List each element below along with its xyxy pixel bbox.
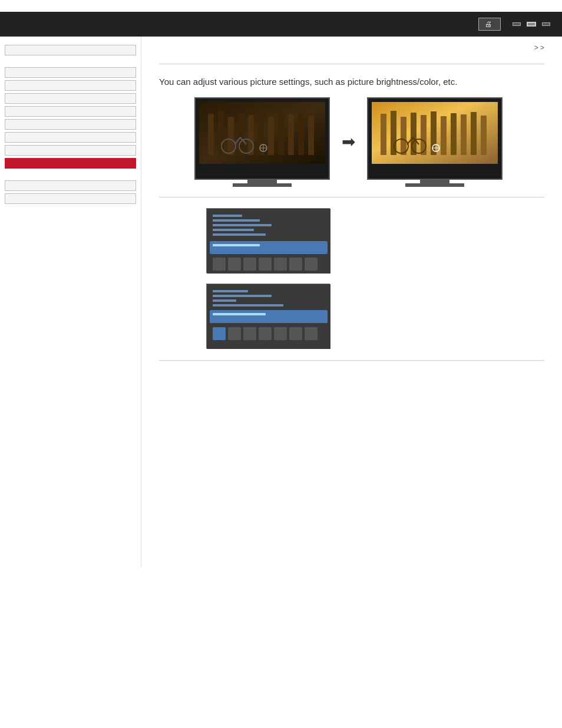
svg-rect-32 — [481, 116, 487, 155]
svg-rect-25 — [411, 113, 416, 155]
svg-rect-31 — [471, 112, 477, 155]
svg-rect-23 — [391, 111, 396, 155]
breadcrumb: > > — [159, 42, 544, 53]
print-button[interactable]: 🖨 — [478, 18, 501, 31]
svg-rect-47 — [213, 244, 260, 246]
sony-header — [0, 0, 562, 12]
sidebar-item-using-other-devices[interactable] — [5, 93, 136, 104]
tv-comparison: ➡ — [194, 97, 544, 186]
comparison-arrow: ➡ — [342, 132, 355, 151]
sidebar-item-useful-functions[interactable] — [5, 119, 136, 130]
svg-rect-5 — [238, 113, 244, 155]
sidebar-item-using-home-network[interactable] — [5, 145, 136, 156]
sidebar-item-configuring-various[interactable] — [5, 158, 136, 169]
bravia-bar: 🖨 — [0, 12, 562, 37]
sidebar-item-basic-operations[interactable] — [5, 45, 136, 55]
sidebar — [0, 37, 141, 567]
screenshot-2 — [206, 284, 330, 348]
print-icon: 🖨 — [485, 20, 492, 28]
font-large-button[interactable] — [542, 22, 550, 26]
svg-rect-60 — [210, 310, 328, 323]
svg-rect-57 — [213, 295, 272, 297]
svg-rect-8 — [268, 116, 274, 155]
divider-2 — [159, 197, 544, 197]
content-area: > > You can adjust various picture setti… — [141, 37, 562, 567]
intro-text: You can adjust various picture settings,… — [159, 75, 544, 89]
toolbar: 🖨 — [478, 18, 550, 31]
svg-rect-22 — [381, 114, 386, 155]
sidebar-item-parts-description[interactable] — [5, 67, 136, 78]
sidebar-item-troubleshooting[interactable] — [5, 180, 136, 191]
svg-rect-51 — [259, 258, 272, 271]
svg-rect-12 — [308, 116, 314, 155]
divider-3 — [159, 360, 544, 361]
svg-rect-63 — [228, 327, 241, 340]
svg-rect-61 — [213, 313, 266, 315]
screenshot-1 — [206, 208, 330, 273]
font-small-button[interactable] — [513, 22, 521, 26]
svg-rect-30 — [461, 114, 467, 155]
svg-rect-10 — [288, 114, 294, 155]
svg-rect-45 — [213, 233, 266, 236]
svg-rect-59 — [213, 304, 283, 307]
svg-rect-28 — [441, 116, 447, 155]
svg-rect-58 — [213, 299, 236, 302]
svg-rect-43 — [213, 224, 272, 226]
svg-rect-42 — [213, 219, 260, 222]
svg-rect-65 — [259, 327, 272, 340]
sidebar-item-using-internet[interactable] — [5, 132, 136, 143]
svg-rect-3 — [218, 111, 224, 155]
svg-rect-24 — [401, 117, 406, 155]
svg-rect-67 — [289, 327, 302, 340]
sidebar-item-using-bravia-sync[interactable] — [5, 106, 136, 117]
svg-rect-56 — [213, 290, 248, 292]
svg-rect-44 — [213, 229, 254, 231]
tv-after — [367, 97, 503, 186]
svg-rect-4 — [228, 117, 234, 155]
svg-rect-41 — [213, 215, 242, 217]
svg-rect-2 — [208, 114, 214, 155]
svg-rect-62 — [213, 327, 226, 340]
svg-rect-48 — [213, 258, 226, 271]
svg-rect-9 — [278, 113, 284, 155]
svg-rect-11 — [298, 112, 304, 155]
font-medium-button[interactable] — [527, 22, 536, 27]
svg-rect-50 — [243, 258, 256, 271]
sidebar-item-how-to-use-bookmarks[interactable] — [5, 193, 136, 204]
divider-1 — [159, 64, 544, 64]
svg-rect-29 — [451, 113, 457, 155]
svg-rect-66 — [274, 327, 287, 340]
sidebar-item-watching-tv[interactable] — [5, 80, 136, 91]
svg-rect-53 — [289, 258, 302, 271]
svg-rect-64 — [243, 327, 256, 340]
svg-rect-46 — [210, 241, 328, 254]
svg-rect-68 — [305, 327, 318, 340]
tv-before — [194, 97, 330, 186]
svg-rect-49 — [228, 258, 241, 271]
svg-rect-52 — [274, 258, 287, 271]
svg-rect-54 — [305, 258, 318, 271]
